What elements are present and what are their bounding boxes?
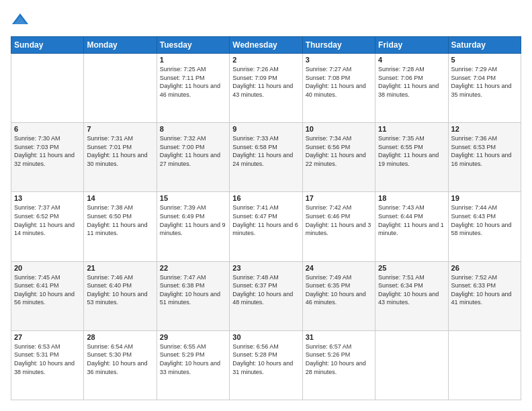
calendar-cell (11, 54, 84, 123)
calendar-cell: 2Sunrise: 7:26 AMSunset: 7:09 PMDaylight… (230, 54, 302, 123)
calendar-cell: 11Sunrise: 7:35 AMSunset: 6:55 PMDayligh… (375, 123, 448, 192)
calendar-cell (375, 330, 448, 400)
cell-info: Sunrise: 7:25 AMSunset: 7:11 PMDaylight:… (160, 65, 226, 99)
logo (11, 11, 32, 30)
day-number: 2 (232, 56, 299, 64)
calendar-week-row: 20Sunrise: 7:45 AMSunset: 6:41 PMDayligh… (11, 261, 521, 330)
calendar-cell: 14Sunrise: 7:38 AMSunset: 6:50 PMDayligh… (84, 192, 157, 261)
day-number: 22 (160, 264, 226, 272)
cell-info: Sunrise: 7:41 AMSunset: 6:47 PMDaylight:… (232, 203, 299, 237)
calendar-cell (448, 330, 521, 400)
cell-info: Sunrise: 6:56 AMSunset: 5:28 PMDaylight:… (232, 342, 299, 376)
day-number: 14 (87, 194, 153, 202)
cell-info: Sunrise: 7:47 AMSunset: 6:38 PMDaylight:… (160, 273, 226, 307)
calendar-week-row: 27Sunrise: 6:53 AMSunset: 5:31 PMDayligh… (11, 330, 521, 400)
cell-info: Sunrise: 7:52 AMSunset: 6:33 PMDaylight:… (451, 273, 518, 307)
calendar-cell: 18Sunrise: 7:43 AMSunset: 6:44 PMDayligh… (375, 192, 448, 261)
calendar-cell: 10Sunrise: 7:34 AMSunset: 6:56 PMDayligh… (302, 123, 375, 192)
cell-info: Sunrise: 7:30 AMSunset: 7:03 PMDaylight:… (14, 134, 81, 168)
day-number: 15 (160, 194, 226, 202)
cell-info: Sunrise: 6:54 AMSunset: 5:30 PMDaylight:… (87, 342, 153, 376)
calendar-cell: 26Sunrise: 7:52 AMSunset: 6:33 PMDayligh… (448, 261, 521, 330)
day-number: 4 (378, 56, 445, 64)
calendar-cell: 31Sunrise: 6:57 AMSunset: 5:26 PMDayligh… (302, 330, 375, 400)
cell-info: Sunrise: 7:35 AMSunset: 6:55 PMDaylight:… (378, 134, 445, 168)
weekday-header: Friday (375, 37, 448, 54)
day-number: 3 (306, 56, 372, 64)
weekday-header: Monday (84, 37, 157, 54)
day-number: 5 (451, 56, 518, 64)
page: SundayMondayTuesdayWednesdayThursdayFrid… (0, 0, 532, 411)
calendar-cell: 28Sunrise: 6:54 AMSunset: 5:30 PMDayligh… (84, 330, 157, 400)
calendar-cell: 12Sunrise: 7:36 AMSunset: 6:53 PMDayligh… (448, 123, 521, 192)
calendar-cell: 3Sunrise: 7:27 AMSunset: 7:08 PMDaylight… (302, 54, 375, 123)
calendar-cell: 29Sunrise: 6:55 AMSunset: 5:29 PMDayligh… (157, 330, 229, 400)
cell-info: Sunrise: 7:45 AMSunset: 6:41 PMDaylight:… (14, 273, 81, 307)
cell-info: Sunrise: 7:37 AMSunset: 6:52 PMDaylight:… (14, 203, 81, 237)
cell-info: Sunrise: 7:38 AMSunset: 6:50 PMDaylight:… (87, 203, 153, 237)
calendar-cell: 5Sunrise: 7:29 AMSunset: 7:04 PMDaylight… (448, 54, 521, 123)
weekday-header: Thursday (302, 37, 375, 54)
cell-info: Sunrise: 7:43 AMSunset: 6:44 PMDaylight:… (378, 203, 445, 237)
day-number: 23 (232, 264, 299, 272)
calendar-cell: 22Sunrise: 7:47 AMSunset: 6:38 PMDayligh… (157, 261, 229, 330)
cell-info: Sunrise: 7:49 AMSunset: 6:35 PMDaylight:… (306, 273, 372, 307)
calendar-cell (84, 54, 157, 123)
calendar-cell: 20Sunrise: 7:45 AMSunset: 6:41 PMDayligh… (11, 261, 84, 330)
weekday-header: Wednesday (230, 37, 302, 54)
logo-icon (11, 11, 30, 30)
day-number: 16 (232, 194, 299, 202)
day-number: 19 (451, 194, 518, 202)
calendar-cell: 9Sunrise: 7:33 AMSunset: 6:58 PMDaylight… (230, 123, 302, 192)
day-number: 30 (232, 333, 299, 341)
day-number: 26 (451, 264, 518, 272)
calendar-cell: 1Sunrise: 7:25 AMSunset: 7:11 PMDaylight… (157, 54, 229, 123)
cell-info: Sunrise: 7:32 AMSunset: 7:00 PMDaylight:… (160, 134, 226, 168)
calendar-cell: 19Sunrise: 7:44 AMSunset: 6:43 PMDayligh… (448, 192, 521, 261)
day-number: 6 (14, 125, 81, 133)
day-number: 20 (14, 264, 81, 272)
cell-info: Sunrise: 7:34 AMSunset: 6:56 PMDaylight:… (306, 134, 372, 168)
cell-info: Sunrise: 6:53 AMSunset: 5:31 PMDaylight:… (14, 342, 81, 376)
calendar-cell: 7Sunrise: 7:31 AMSunset: 7:01 PMDaylight… (84, 123, 157, 192)
calendar-cell: 16Sunrise: 7:41 AMSunset: 6:47 PMDayligh… (230, 192, 302, 261)
calendar-cell: 30Sunrise: 6:56 AMSunset: 5:28 PMDayligh… (230, 330, 302, 400)
day-number: 11 (378, 125, 445, 133)
calendar-cell: 25Sunrise: 7:51 AMSunset: 6:34 PMDayligh… (375, 261, 448, 330)
calendar-cell: 4Sunrise: 7:28 AMSunset: 7:06 PMDaylight… (375, 54, 448, 123)
cell-info: Sunrise: 7:42 AMSunset: 6:46 PMDaylight:… (306, 203, 372, 237)
day-number: 24 (306, 264, 372, 272)
cell-info: Sunrise: 7:26 AMSunset: 7:09 PMDaylight:… (232, 65, 299, 99)
weekday-header: Sunday (11, 37, 84, 54)
cell-info: Sunrise: 7:36 AMSunset: 6:53 PMDaylight:… (451, 134, 518, 168)
day-number: 13 (14, 194, 81, 202)
day-number: 29 (160, 333, 226, 341)
day-number: 7 (87, 125, 153, 133)
cell-info: Sunrise: 7:46 AMSunset: 6:40 PMDaylight:… (87, 273, 153, 307)
cell-info: Sunrise: 7:51 AMSunset: 6:34 PMDaylight:… (378, 273, 445, 307)
calendar-cell: 17Sunrise: 7:42 AMSunset: 6:46 PMDayligh… (302, 192, 375, 261)
cell-info: Sunrise: 7:27 AMSunset: 7:08 PMDaylight:… (306, 65, 372, 99)
cell-info: Sunrise: 6:55 AMSunset: 5:29 PMDaylight:… (160, 342, 226, 376)
calendar-cell: 8Sunrise: 7:32 AMSunset: 7:00 PMDaylight… (157, 123, 229, 192)
day-number: 10 (306, 125, 372, 133)
day-number: 8 (160, 125, 226, 133)
cell-info: Sunrise: 7:44 AMSunset: 6:43 PMDaylight:… (451, 203, 518, 237)
cell-info: Sunrise: 7:39 AMSunset: 6:49 PMDaylight:… (160, 203, 226, 237)
day-number: 31 (306, 333, 372, 341)
header (11, 11, 521, 30)
calendar-table: SundayMondayTuesdayWednesdayThursdayFrid… (11, 36, 521, 400)
cell-info: Sunrise: 7:33 AMSunset: 6:58 PMDaylight:… (232, 134, 299, 168)
calendar-week-row: 13Sunrise: 7:37 AMSunset: 6:52 PMDayligh… (11, 192, 521, 261)
calendar-cell: 15Sunrise: 7:39 AMSunset: 6:49 PMDayligh… (157, 192, 229, 261)
calendar-week-row: 1Sunrise: 7:25 AMSunset: 7:11 PMDaylight… (11, 54, 521, 123)
weekday-header: Saturday (448, 37, 521, 54)
cell-info: Sunrise: 6:57 AMSunset: 5:26 PMDaylight:… (306, 342, 372, 376)
cell-info: Sunrise: 7:29 AMSunset: 7:04 PMDaylight:… (451, 65, 518, 99)
calendar-header-row: SundayMondayTuesdayWednesdayThursdayFrid… (11, 37, 521, 54)
day-number: 21 (87, 264, 153, 272)
cell-info: Sunrise: 7:48 AMSunset: 6:37 PMDaylight:… (232, 273, 299, 307)
calendar-cell: 21Sunrise: 7:46 AMSunset: 6:40 PMDayligh… (84, 261, 157, 330)
day-number: 12 (451, 125, 518, 133)
calendar-cell: 6Sunrise: 7:30 AMSunset: 7:03 PMDaylight… (11, 123, 84, 192)
